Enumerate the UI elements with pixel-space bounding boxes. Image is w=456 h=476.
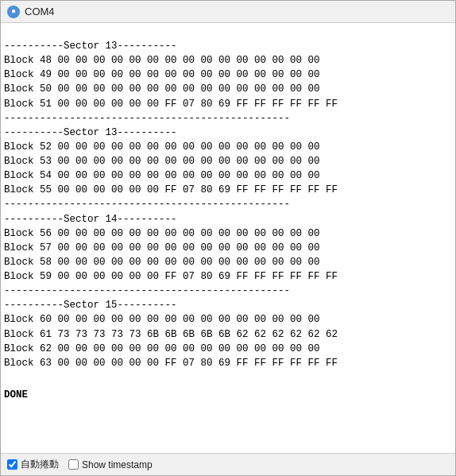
terminal-line: Block 49 00 00 00 00 00 00 00 00 00 00 0… <box>1 68 455 82</box>
main-window: ● COM4 ----------Sector 13----------Bloc… <box>0 0 456 476</box>
terminal-line: Block 52 00 00 00 00 00 00 00 00 00 00 0… <box>1 140 455 154</box>
terminal-line: Block 53 00 00 00 00 00 00 00 00 00 00 0… <box>1 154 455 168</box>
terminal-line: Block 50 00 00 00 00 00 00 00 00 00 00 0… <box>1 82 455 96</box>
terminal-line: Block 63 00 00 00 00 00 00 FF 07 80 69 F… <box>1 356 455 370</box>
terminal-line: Block 61 73 73 73 73 73 6B 6B 6B 6B 6B 6… <box>1 327 455 342</box>
terminal-line: Block 54 00 00 00 00 00 00 00 00 00 00 0… <box>1 168 455 183</box>
terminal-line: Block 55 00 00 00 00 00 00 FF 07 80 69 F… <box>1 183 455 197</box>
terminal-line: Block 58 00 00 00 00 00 00 00 00 00 00 0… <box>1 255 455 269</box>
auto-scroll-group[interactable]: 自動捲動 <box>7 458 59 471</box>
terminal-line: ----------Sector 13---------- <box>1 126 455 140</box>
terminal-input[interactable] <box>4 26 452 37</box>
terminal-lines: ----------Sector 13----------Block 48 00… <box>1 39 455 370</box>
terminal-line: Block 48 00 00 00 00 00 00 00 00 00 00 0… <box>1 53 455 68</box>
empty-line <box>1 370 455 385</box>
terminal-line: ----------Sector 13---------- <box>1 39 455 53</box>
terminal-input-row[interactable] <box>1 25 455 39</box>
window-title: COM4 <box>25 6 55 17</box>
terminal-line: ----------------------------------------… <box>1 111 455 126</box>
done-text: DONE <box>1 385 455 402</box>
terminal-line: ----------Sector 15---------- <box>1 298 455 312</box>
terminal-line: Block 57 00 00 00 00 00 00 00 00 00 00 0… <box>1 241 455 255</box>
auto-scroll-checkbox[interactable] <box>7 459 17 470</box>
terminal-line: Block 59 00 00 00 00 00 00 FF 07 80 69 F… <box>1 269 455 284</box>
terminal-line: ----------------------------------------… <box>1 197 455 211</box>
terminal-line: Block 62 00 00 00 00 00 00 00 00 00 00 0… <box>1 342 455 356</box>
terminal-area[interactable]: ----------Sector 13----------Block 48 00… <box>1 23 455 453</box>
terminal-line: Block 60 00 00 00 00 00 00 00 00 00 00 0… <box>1 312 455 327</box>
auto-scroll-label: 自動捲動 <box>21 458 59 471</box>
terminal-line: ----------------------------------------… <box>1 284 455 298</box>
terminal-line: ----------Sector 14---------- <box>1 212 455 226</box>
terminal-line: Block 56 00 00 00 00 00 00 00 00 00 00 0… <box>1 226 455 241</box>
window-icon: ● <box>7 6 20 18</box>
title-bar: ● COM4 <box>1 1 455 23</box>
show-timestamp-group[interactable]: Show timestamp <box>68 459 153 470</box>
status-bar: 自動捲動 Show timestamp <box>1 453 455 475</box>
terminal-line: Block 51 00 00 00 00 00 00 FF 07 80 69 F… <box>1 97 455 111</box>
show-timestamp-label: Show timestamp <box>82 459 153 470</box>
show-timestamp-checkbox[interactable] <box>68 459 79 470</box>
